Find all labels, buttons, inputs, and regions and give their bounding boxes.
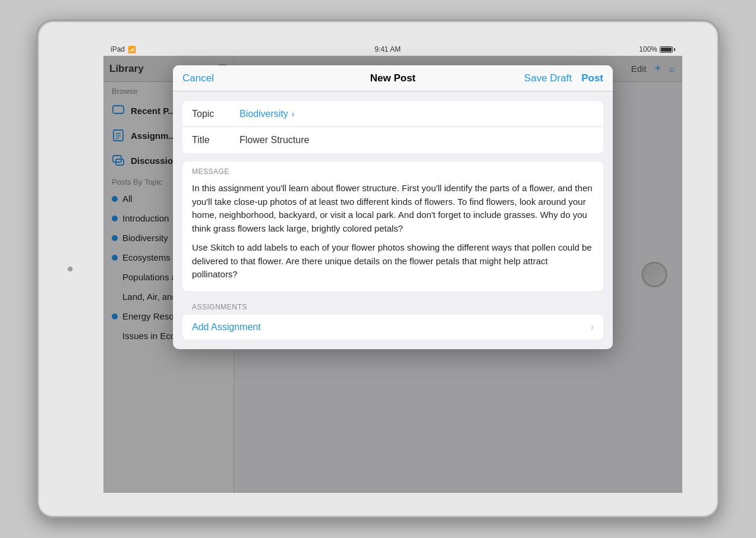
post-button[interactable]: Post — [581, 72, 603, 84]
modal-nav-actions: Save Draft Post — [524, 72, 603, 84]
battery-percent: 100% — [639, 45, 657, 53]
cancel-button[interactable]: Cancel — [182, 72, 214, 84]
status-bar: iPad 📶 9:41 AM 100% — [103, 43, 682, 56]
assignments-section-label: ASSIGNMENTS — [182, 299, 603, 315]
ipad-frame: iPad 📶 9:41 AM 100% Library ☰ Browse — [36, 20, 720, 518]
device-label: iPad — [111, 45, 125, 53]
modal-navbar: Cancel New Post Save Draft Post — [173, 65, 613, 91]
front-camera — [68, 267, 73, 271]
topic-label: Topic — [192, 109, 240, 119]
title-label: Title — [192, 135, 240, 145]
assignments-section: ASSIGNMENTS Add Assignment › — [182, 299, 603, 340]
battery-icon — [660, 46, 675, 53]
message-paragraph-2: Use Skitch to add labels to each of your… — [192, 241, 594, 281]
title-row[interactable]: Title Flower Structure — [182, 127, 603, 153]
add-assignment-button[interactable]: Add Assignment › — [182, 315, 603, 340]
add-assignment-chevron-icon: › — [591, 322, 594, 333]
status-left: iPad 📶 — [111, 45, 136, 53]
status-right: 100% — [639, 45, 675, 53]
topic-value: Biodiversity › — [240, 109, 294, 119]
message-section-label: MESSAGE — [182, 162, 603, 178]
wifi-icon: 📶 — [128, 46, 136, 53]
title-value: Flower Structure — [240, 135, 309, 145]
new-post-modal: Cancel New Post Save Draft Post Topic — [173, 65, 613, 349]
modal-overlay: Cancel New Post Save Draft Post Topic — [103, 56, 682, 493]
add-assignment-label: Add Assignment — [192, 322, 591, 333]
status-time: 9:41 AM — [374, 45, 401, 53]
topic-row[interactable]: Topic Biodiversity › — [182, 101, 603, 127]
message-paragraph-1: In this assignment you'll learn about fl… — [192, 182, 594, 235]
app-background: Library ☰ Browse Recent P... Assignm.. — [103, 56, 682, 493]
topic-title-card: Topic Biodiversity › Title Flower Struct… — [182, 101, 603, 153]
modal-title: New Post — [370, 72, 416, 84]
topic-chevron-icon: › — [292, 109, 295, 119]
message-content[interactable]: In this assignment you'll learn about fl… — [182, 178, 603, 291]
modal-body: Topic Biodiversity › Title Flower Struct… — [173, 91, 613, 349]
message-section: MESSAGE In this assignment you'll learn … — [182, 162, 603, 291]
save-draft-button[interactable]: Save Draft — [524, 72, 572, 84]
